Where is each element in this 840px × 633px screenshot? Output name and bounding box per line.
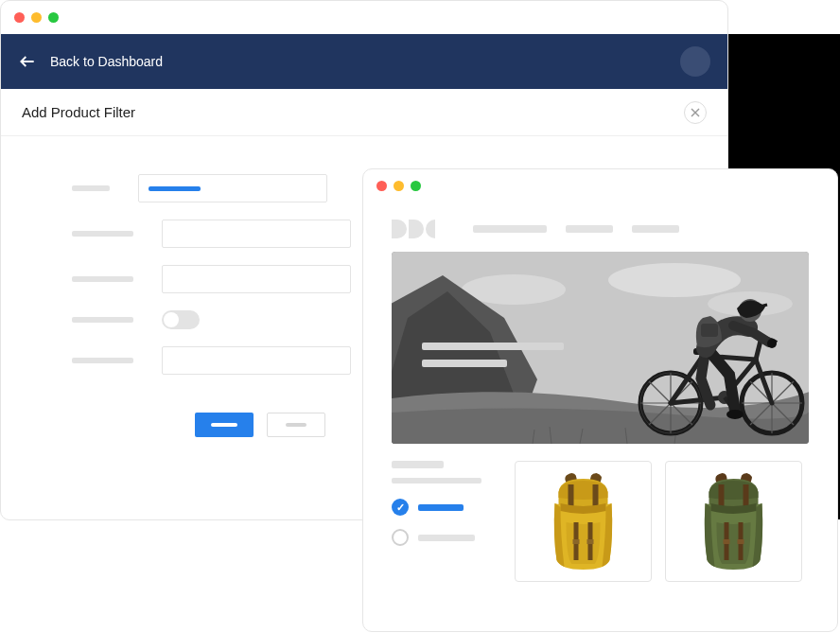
logo-shape [426, 220, 435, 238]
page-title: Add Product Filter [22, 104, 135, 120]
button-label-placeholder [211, 423, 237, 427]
window-close-icon[interactable] [14, 12, 25, 23]
window-minimize-icon[interactable] [394, 181, 404, 191]
svg-rect-36 [569, 484, 574, 507]
text-input[interactable] [162, 220, 351, 248]
hero-subheading-placeholder [422, 360, 507, 367]
svg-rect-40 [573, 539, 580, 544]
svg-rect-33 [701, 324, 718, 337]
text-input[interactable] [162, 346, 351, 375]
store-header [363, 202, 837, 252]
window-minimize-icon[interactable] [31, 12, 42, 23]
back-arrow-icon[interactable] [18, 52, 37, 71]
filter-subheading-placeholder [392, 478, 481, 484]
svg-point-5 [608, 263, 741, 297]
form-label [72, 185, 110, 191]
close-button[interactable] [684, 101, 707, 124]
filter-sidebar [392, 461, 496, 582]
page-header: Add Product Filter [1, 89, 727, 136]
top-nav: Back to Dashboard [1, 34, 727, 89]
svg-rect-46 [724, 539, 730, 544]
save-button[interactable] [195, 413, 254, 437]
window-controls [363, 169, 837, 202]
form-label [72, 317, 133, 323]
window-controls [1, 1, 727, 34]
filter-label-placeholder [418, 504, 464, 511]
form-label [72, 358, 133, 363]
product-card[interactable] [665, 461, 802, 582]
logo-shape [392, 220, 407, 238]
svg-rect-42 [719, 484, 725, 507]
window-maximize-icon[interactable] [48, 12, 59, 23]
hero-text [422, 343, 564, 377]
store-logo [392, 220, 435, 238]
window-close-icon[interactable] [376, 181, 387, 191]
logo-shape [409, 220, 424, 238]
window-maximize-icon[interactable] [411, 181, 421, 191]
avatar[interactable] [680, 46, 710, 77]
nav-item[interactable] [632, 225, 679, 233]
filter-heading-placeholder [392, 461, 444, 468]
button-label-placeholder [286, 423, 306, 427]
filter-option[interactable] [392, 529, 496, 546]
svg-rect-43 [744, 484, 749, 507]
text-input[interactable] [138, 174, 327, 202]
nav-item[interactable] [566, 225, 613, 233]
hero-banner [392, 252, 809, 444]
filter-option-selected[interactable] [392, 499, 496, 516]
products-grid [515, 461, 802, 582]
svg-point-34 [767, 339, 777, 348]
svg-rect-47 [738, 539, 744, 544]
svg-rect-37 [593, 484, 599, 507]
storefront-window [362, 168, 838, 632]
form-label [72, 231, 133, 237]
nav-item[interactable] [473, 225, 547, 233]
nav-left: Back to Dashboard [18, 52, 163, 71]
toggle-switch[interactable] [162, 310, 200, 329]
back-to-dashboard-label[interactable]: Back to Dashboard [50, 54, 163, 69]
radio-unchecked-icon [392, 529, 409, 546]
products-section [363, 444, 837, 599]
radio-checked-icon [392, 499, 409, 516]
svg-rect-41 [587, 539, 594, 544]
store-nav [473, 225, 679, 233]
input-value-placeholder [149, 186, 201, 191]
form-label [72, 276, 133, 282]
cancel-button[interactable] [267, 413, 325, 437]
filter-label-placeholder [418, 535, 475, 541]
product-card[interactable] [515, 461, 652, 582]
svg-point-32 [726, 410, 744, 419]
text-input[interactable] [162, 265, 351, 293]
hero-heading-placeholder [422, 343, 564, 350]
